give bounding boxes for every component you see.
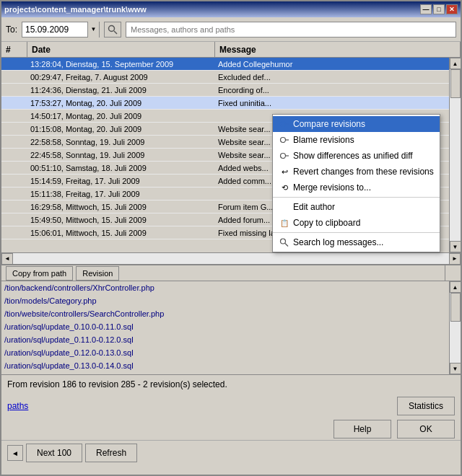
bottom-scrollbar-up[interactable] — [445, 265, 456, 281]
copy-from-path-button[interactable]: Copy from path — [6, 266, 73, 281]
compare-icon — [279, 118, 290, 130]
help-button[interactable]: Help — [334, 420, 391, 438]
h-scroll-bar: ◄ ► — [1, 252, 461, 264]
paths-link[interactable]: paths — [7, 401, 28, 411]
list-item[interactable]: /uration/sql/update_0.13.0-0.14.0.sql — [1, 359, 449, 372]
bottom-panel: Copy from path Revision /tion/backend/co… — [1, 265, 461, 475]
scroll-right-button[interactable]: ► — [449, 253, 461, 265]
ctx-merge-revisions[interactable]: ⟲ Merge revisions to... — [273, 180, 440, 195]
diff-icon — [279, 150, 290, 162]
vertical-scrollbar-bottom[interactable]: ▲ ▼ — [449, 281, 461, 374]
ctx-search-log[interactable]: Search log messages... — [273, 234, 440, 250]
list-item[interactable]: /uration/sql/update_0.12.0-0.13.0.sql — [1, 346, 449, 359]
date-picker-dropdown[interactable]: ▼ — [87, 22, 99, 38]
scroll-down-button[interactable]: ▼ — [450, 241, 461, 252]
titlebar-buttons: — □ ✕ — [420, 4, 458, 14]
scroll-track-bottom[interactable] — [450, 293, 461, 363]
ctx-compare-label: Compare revisions — [293, 119, 365, 129]
ctx-merge-label: Merge revisions to... — [293, 182, 371, 193]
to-label: To: — [6, 25, 17, 35]
status-bar: From revision 186 to revision 285 - 2 re… — [1, 375, 461, 394]
refresh-button[interactable]: Refresh — [85, 444, 137, 462]
bottom-file-list: /tion/backend/controllers/XhrController.… — [1, 281, 449, 374]
list-item[interactable]: /tion/website/controllers/SearchControll… — [1, 307, 449, 320]
col-header-date: Date — [27, 42, 215, 57]
h-scroll-track[interactable] — [13, 253, 449, 264]
titlebar: projects\content_manager\trunk\www — □ ✕ — [1, 1, 461, 17]
ctx-blame-label: Blame revisions — [293, 135, 354, 145]
ctx-show-unified-diff[interactable]: Show differences as unified diff — [273, 148, 440, 164]
statistics-button[interactable]: Statistics — [397, 397, 455, 415]
table-row[interactable]: 00:29:47, Freitag, 7. August 2009 Exclud… — [1, 71, 449, 84]
actions-row: paths Statistics — [1, 394, 461, 418]
revert-icon: ↩ — [279, 166, 290, 177]
col-header-author: # — [1, 42, 27, 57]
bottom-table-area: /tion/backend/controllers/XhrController.… — [1, 281, 461, 375]
scroll-thumb[interactable] — [450, 69, 461, 98]
svg-point-0 — [109, 25, 115, 31]
list-item[interactable]: /tion/backend/controllers/XhrController.… — [1, 281, 449, 294]
prev-button[interactable]: ◄ — [7, 445, 23, 461]
ok-button[interactable]: OK — [397, 420, 455, 438]
list-item[interactable]: /tion/models/Category.php — [1, 294, 449, 307]
search-icon-button[interactable] — [104, 22, 121, 38]
ctx-diff-label: Show differences as unified diff — [293, 151, 413, 161]
col-header-message: Message — [215, 42, 461, 57]
svg-line-1 — [114, 31, 117, 34]
help-ok-row: Help OK — [1, 418, 461, 440]
ctx-separator-2 — [273, 232, 440, 233]
scroll-up-button[interactable]: ▲ — [450, 58, 461, 69]
ctx-search-label: Search log messages... — [293, 237, 383, 247]
search-icon — [108, 25, 118, 35]
main-window: projects\content_manager\trunk\www — □ ✕… — [0, 0, 462, 476]
search-log-icon — [279, 237, 290, 248]
close-button[interactable]: ✕ — [446, 4, 458, 14]
table-header: # Date Message — [1, 42, 461, 58]
next-100-button[interactable]: Next 100 — [26, 444, 82, 462]
top-table-area: # Date Message 13:28:04, Dienstag, 15. S… — [1, 42, 461, 265]
ctx-blame-revisions[interactable]: Blame revisions — [273, 132, 440, 148]
edit-author-icon — [279, 201, 290, 213]
ctx-edit-author[interactable]: Edit author — [273, 199, 440, 215]
table-row[interactable]: 17:53:27, Montag, 20. Juli 2009 Fixed un… — [1, 97, 449, 110]
main-content: # Date Message 13:28:04, Dienstag, 15. S… — [1, 42, 461, 475]
minimize-button[interactable]: — — [420, 4, 432, 14]
date-picker[interactable]: ▼ — [22, 22, 100, 38]
date-input[interactable] — [22, 25, 87, 35]
revision-button[interactable]: Revision — [76, 266, 119, 281]
blame-icon — [279, 134, 290, 146]
ctx-revert-changes[interactable]: ↩ Revert changes from these revisions — [273, 164, 440, 180]
ctx-separator-1 — [273, 197, 440, 198]
clipboard-icon: 📋 — [279, 217, 290, 229]
maximize-button[interactable]: □ — [433, 4, 445, 14]
table-row[interactable]: 11:24:36, Dienstag, 21. Juli 2009 Encord… — [1, 84, 449, 97]
scroll-left-button[interactable]: ◄ — [1, 253, 13, 265]
svg-point-6 — [281, 154, 286, 159]
ctx-edit-author-label: Edit author — [293, 202, 335, 212]
scroll-down-btn-bottom[interactable]: ▼ — [450, 363, 461, 374]
svg-point-2 — [281, 122, 286, 127]
footer-left: ◄ Next 100 Refresh — [7, 444, 137, 462]
search-input[interactable] — [126, 22, 456, 38]
scroll-thumb-bottom[interactable] — [450, 293, 461, 322]
svg-point-8 — [281, 239, 286, 244]
scroll-track[interactable] — [450, 69, 461, 241]
table-row[interactable]: 13:28:04, Dienstag, 15. September 2009 A… — [1, 58, 449, 71]
scroll-up-btn-bottom[interactable]: ▲ — [450, 281, 461, 293]
ctx-revert-label: Revert changes from these revisions — [293, 167, 434, 177]
ctx-compare-revisions[interactable]: Compare revisions — [273, 116, 440, 132]
action-buttons: Statistics — [397, 397, 455, 415]
bottom-table-header: Copy from path Revision — [1, 265, 461, 281]
ctx-copy-clipboard[interactable]: 📋 Copy to clipboard — [273, 215, 440, 231]
svg-line-9 — [285, 244, 288, 247]
list-item[interactable]: /uration/sql/update_0.11.0-0.12.0.sql — [1, 333, 449, 346]
ctx-copy-label: Copy to clipboard — [293, 218, 360, 228]
vertical-scrollbar-top[interactable]: ▲ ▼ — [449, 58, 461, 252]
merge-icon: ⟲ — [279, 182, 290, 193]
svg-point-4 — [281, 138, 286, 143]
toolbar: To: ▼ — [1, 17, 461, 42]
list-item[interactable]: /uration/sql/update_0.10.0-0.11.0.sql — [1, 320, 449, 333]
bottom-footer: ◄ Next 100 Refresh — [1, 440, 461, 465]
revision-status-text: From revision 186 to revision 285 - 2 re… — [7, 379, 227, 389]
context-menu: Compare revisions Blame revisions Show d… — [272, 114, 440, 252]
